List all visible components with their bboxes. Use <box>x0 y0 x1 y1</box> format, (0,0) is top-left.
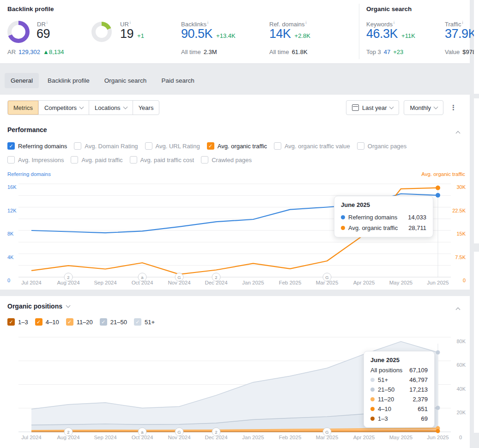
alltime-label: All time <box>269 48 289 55</box>
checkbox-11-20[interactable]: ✓11–20 <box>66 318 93 326</box>
checkbox-referring-domains[interactable]: ✓Referring domains <box>7 142 67 150</box>
ar-delta: ▲8,134 <box>43 48 64 55</box>
alltime-label: All time <box>181 48 201 55</box>
collapse-section-icon[interactable] <box>456 308 461 312</box>
granularity-button[interactable]: Monthly <box>404 100 443 115</box>
info-icon[interactable]: i <box>207 20 208 25</box>
axis-label: 8K <box>7 231 14 236</box>
axis-label: Oct 2024 <box>132 280 153 285</box>
checkbox-4-10[interactable]: ✓4–10 <box>35 318 59 326</box>
hover-point-21-50 <box>436 406 440 410</box>
competitors-filter-button[interactable]: Competitors <box>38 101 89 115</box>
tab-backlink-profile[interactable]: Backlink profile <box>42 73 96 88</box>
checkbox-1-3[interactable]: ✓1–3 <box>7 318 28 326</box>
metrics-label: Metrics <box>13 104 33 111</box>
locations-filter-button[interactable]: Locations <box>89 101 133 115</box>
traffic-value-row: Value $978 <box>445 48 476 55</box>
positions-checkbox-row: ✓1–3✓4–10✓11–20✓21–50✓51+ <box>7 318 155 326</box>
checkbox-crawled-pages[interactable]: Crawled pages <box>201 156 252 163</box>
performance-section-title: Performance <box>7 126 47 133</box>
report-tabbar: General Backlink profile Organic search … <box>5 73 200 88</box>
axis-label: 22.5K <box>452 208 466 213</box>
ahrefs-rank-row: AR 129,302 ▲8,134 <box>7 48 64 55</box>
backlinks-alltime-row: All time 2.3M <box>181 48 217 55</box>
series-dot-icon <box>370 387 375 392</box>
axis-label: a <box>141 430 144 435</box>
checkbox-avg-impressions[interactable]: Avg. Impressions <box>7 156 64 163</box>
keywords-value: 46.3K+11K <box>366 27 415 41</box>
positions-chart-tooltip: June 2025 All positions 67,109 51+46,797… <box>364 351 435 428</box>
checkbox-label: Referring domains <box>18 143 67 150</box>
checkbox-box-icon <box>74 142 81 150</box>
checkbox-box-icon <box>201 156 208 163</box>
collapse-section-icon[interactable] <box>456 131 461 136</box>
series-dot-icon <box>370 407 375 411</box>
axis-label: G <box>325 430 328 435</box>
axis-label: Jan 2025 <box>242 280 264 285</box>
axis-label: 2 <box>215 430 217 435</box>
checkbox-avg-organic-traffic-value[interactable]: Avg. organic traffic value <box>274 142 350 150</box>
info-icon[interactable]: i <box>462 20 463 25</box>
tab-paid-search[interactable]: Paid search <box>155 73 200 88</box>
series-label: 11–20 <box>378 396 409 403</box>
ar-label: AR <box>7 48 16 55</box>
checkbox-21-50[interactable]: ✓21–50 <box>100 318 127 326</box>
tooltip-rows: Referring domains14,033Avg. organic traf… <box>341 212 426 233</box>
axis-label: Aug 2024 <box>57 280 80 285</box>
tooltip-row-avg-organic-traffic: Avg. organic traffic28,711 <box>341 223 426 233</box>
axis-label: Oct 2024 <box>132 435 153 440</box>
axis-label: 12K <box>7 208 17 213</box>
axis-label: G <box>177 430 181 435</box>
tooltip-title: June 2025 <box>341 200 426 209</box>
checkbox-label: 1–3 <box>18 319 28 326</box>
metrics-filter-button[interactable]: Metrics <box>8 101 38 115</box>
chevron-down-icon <box>389 105 394 109</box>
series-label: 1–3 <box>378 415 418 422</box>
kebab-menu-icon[interactable]: ⋮ <box>448 103 459 112</box>
checkbox-organic-pages[interactable]: Organic pages <box>357 142 407 150</box>
axis-label: 2 <box>67 275 69 280</box>
total-label: All positions <box>370 367 406 374</box>
date-range-button[interactable]: Last year <box>346 100 399 115</box>
series-label: 21–50 <box>378 386 406 393</box>
checkbox-box-icon <box>357 142 364 150</box>
checkbox-avg-paid-traffic[interactable]: Avg. paid traffic <box>71 156 122 163</box>
info-icon[interactable]: i <box>306 20 307 25</box>
hover-point-referring-domains <box>436 193 440 198</box>
axis-label: Jun 2025 <box>427 435 449 440</box>
axis-label: 0 <box>463 278 466 283</box>
value-label: Value <box>445 48 460 55</box>
info-icon[interactable]: i <box>394 20 394 25</box>
checkbox-box-icon: ✓ <box>134 318 141 326</box>
filter-segment-group: Metrics Competitors Locations Years <box>7 100 159 115</box>
checkbox-label: Avg. URL Rating <box>156 143 200 150</box>
checkbox-avg-organic-traffic[interactable]: ✓Avg. organic traffic <box>207 142 267 150</box>
series-value: 17,213 <box>409 386 428 393</box>
organic-positions-section-title[interactable]: Organic positions <box>7 303 70 310</box>
checkbox-avg-url-rating[interactable]: Avg. URL Rating <box>145 142 200 150</box>
axis-label: G <box>177 275 181 280</box>
axis-label: 15K <box>456 231 466 236</box>
checkbox-51+[interactable]: ✓51+ <box>134 318 155 326</box>
checkbox-avg-domain-rating[interactable]: Avg. Domain Rating <box>74 142 138 150</box>
refdomains-alltime-row: All time 61.8K <box>269 48 308 55</box>
axis-label: 16K <box>7 184 17 190</box>
chevron-down-icon <box>66 303 71 308</box>
traffic-value: 37.9K <box>445 27 476 41</box>
checkbox-box-icon <box>274 142 281 150</box>
right-axis-legend: Avg. organic traffic <box>421 171 465 177</box>
info-icon[interactable]: i <box>130 20 131 25</box>
tooltip-total-row: All positions 67,109 <box>370 365 428 375</box>
series-label: 4–10 <box>378 406 414 412</box>
axis-label: 80K <box>456 339 466 344</box>
years-filter-button[interactable]: Years <box>133 101 159 115</box>
tab-organic-search[interactable]: Organic search <box>98 73 153 88</box>
axis-label: Nov 2024 <box>168 280 191 285</box>
years-label: Years <box>139 104 154 111</box>
info-icon[interactable]: i <box>47 20 48 25</box>
tab-general[interactable]: General <box>5 73 39 88</box>
axis-label: 40K <box>456 386 466 392</box>
checkbox-avg-paid-traffic-cost[interactable]: Avg. paid traffic cost <box>130 156 194 163</box>
axis-label: Apr 2025 <box>353 280 375 285</box>
axis-label: Dec 2024 <box>205 280 228 285</box>
